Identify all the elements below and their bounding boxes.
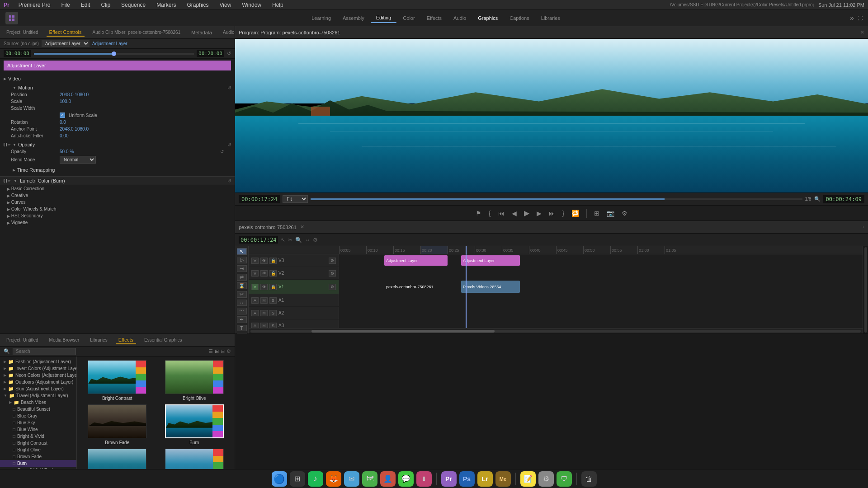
track-a3-toggle[interactable]: A (251, 323, 259, 328)
dock-messages[interactable]: 💬 (398, 471, 414, 487)
menu-file[interactable]: File (59, 2, 71, 8)
lumetri-reset-icon[interactable]: ↺ (227, 178, 231, 183)
effects-filter-icon[interactable]: ⚙ (226, 348, 231, 354)
close-timeline-tab-icon[interactable]: ✕ (300, 224, 304, 230)
mark-in-button[interactable]: { (487, 209, 493, 218)
anchor-point-value[interactable]: 2048.0 1080.0 (60, 127, 89, 131)
essential-graphics-tab[interactable]: Essential Graphics (142, 337, 184, 343)
tab-graphics[interactable]: Graphics (472, 14, 503, 23)
tree-blue-wine[interactable]: □ Blue Wine (0, 426, 76, 433)
preset-bright-contrast[interactable]: Bright Contrast (80, 360, 154, 401)
dock-mail[interactable]: ✉ (344, 471, 359, 487)
track-v1-visibility[interactable]: 👁 (260, 284, 268, 290)
preset-bright-olive[interactable]: Bright Olive (158, 360, 231, 401)
tab-effects[interactable]: Effects (421, 14, 447, 23)
maximize-panels-button[interactable]: » (850, 14, 854, 22)
dock-media-encoder[interactable]: Me (495, 471, 511, 487)
menu-premiere-pro[interactable]: Premiere Pro (17, 2, 52, 8)
uniform-scale-checkbox[interactable]: ✓ (60, 113, 65, 118)
curves[interactable]: ▶ Curves (0, 199, 235, 206)
track-v2-settings[interactable]: ⚙ (329, 270, 336, 277)
libraries-tab[interactable]: Libraries (87, 337, 110, 343)
track-v3-toggle[interactable]: V (251, 258, 259, 264)
dock-contacts[interactable]: 👤 (380, 471, 396, 487)
track-v2-visibility[interactable]: 👁 (260, 270, 268, 277)
mark-out-button[interactable]: } (561, 209, 566, 218)
text-tool[interactable]: T (237, 325, 247, 331)
timeline-timecode[interactable]: 00:00:17:24 (239, 236, 278, 244)
timeline-tool-slip[interactable]: ↔ (305, 237, 310, 243)
clip-adjustment-layer-2[interactable]: Adjustment Layer (461, 255, 520, 266)
menu-help[interactable]: Help (270, 2, 285, 8)
tab-learning[interactable]: Learning (306, 14, 336, 23)
menu-window[interactable]: Window (240, 2, 263, 8)
export-frame-button[interactable]: 📷 (605, 209, 616, 218)
menu-markers[interactable]: Markers (155, 2, 178, 8)
timeline-tool-razor[interactable]: ✂ (288, 237, 292, 243)
fit-selector[interactable]: Fit 25% 50% 100% (283, 195, 308, 203)
track-a1-body[interactable] (339, 294, 863, 306)
opacity-reset-icon[interactable]: ↺ (227, 142, 231, 147)
timeline-settings-icon[interactable]: ⚙ (313, 237, 318, 243)
source-tab[interactable]: Project: Untitled (4, 29, 41, 36)
timeline-scrubber[interactable] (34, 53, 194, 55)
track-a1-m[interactable]: M (260, 297, 268, 304)
tab-color[interactable]: Color (397, 14, 420, 23)
vscrollbar-thumb[interactable] (864, 247, 867, 333)
creative[interactable]: ▶ Creative (0, 192, 235, 199)
dock-trash[interactable]: 🗑 (581, 471, 597, 487)
tree-beautiful-sunset[interactable]: □ Beautiful Sunset (0, 406, 76, 413)
pen-tool[interactable]: ✒ (237, 316, 247, 323)
track-v1-body[interactable]: pexels-cottonbro-7508261 Pexels Videos 2… (339, 280, 863, 294)
timeline-ruler[interactable]: 00:05 00:10 00:15 00:20 00:25 00:30 00:3… (249, 246, 863, 254)
basic-correction[interactable]: ▶ Basic Correction (0, 185, 235, 192)
lumetri-fx-square[interactable] (6, 179, 7, 183)
track-v1-settings[interactable]: ⚙ (329, 284, 336, 290)
program-timecode[interactable]: 00:00:17:24 (239, 195, 280, 203)
effects-tab[interactable]: Effects (116, 336, 136, 344)
go-to-in-button[interactable]: ⏮ (496, 209, 506, 218)
tree-bright-olive[interactable]: □ Bright Olive (0, 446, 76, 453)
effect-controls-tab[interactable]: Effect Controls (47, 28, 85, 37)
track-a2-toggle[interactable]: A (251, 310, 259, 316)
zoom-icon[interactable]: 🔍 (814, 196, 821, 202)
track-v3-body[interactable]: Adjustment Layer Adjustment Layer (339, 254, 863, 267)
position-value[interactable]: 2048.0 1080.0 (60, 92, 89, 97)
preset-burn[interactable]: Burn (158, 404, 231, 445)
app-home-button[interactable] (5, 12, 18, 24)
go-to-out-button[interactable]: ⏭ (547, 209, 557, 218)
dock-launchpad[interactable]: ⊞ (290, 471, 305, 487)
selection-tool[interactable]: ↖ (237, 248, 247, 255)
timecode-end[interactable]: 00:20:00 (197, 50, 224, 57)
tree-skin[interactable]: ▶ 📁 Skin (Adjustment Layer) (0, 385, 76, 392)
slide-tool[interactable]: ⋯ (237, 308, 247, 314)
rate-stretch-tool[interactable]: ⌛ (237, 282, 247, 289)
fullscreen-button[interactable]: ⛶ (858, 15, 863, 21)
anti-flicker-value[interactable]: 0.00 (60, 133, 68, 138)
vignette[interactable]: ▶ Vignette (0, 219, 235, 226)
lumetri-fx-pen[interactable]: ✏ (8, 179, 11, 183)
opacity-fx-circle[interactable] (4, 143, 5, 146)
dock-notes[interactable]: 📝 (520, 471, 536, 487)
effects-view-grid-icon[interactable]: ⊞ (215, 348, 219, 354)
track-a3-s[interactable]: S (269, 323, 277, 328)
track-v2-lock[interactable]: 🔒 (269, 270, 277, 277)
tree-bright-contrast[interactable]: □ Bright Contrast (0, 440, 76, 446)
close-monitor-tab-icon[interactable]: ✕ (860, 29, 864, 35)
opacity-header[interactable]: ✏ ▼ Opacity ↺ (4, 141, 231, 148)
tab-audio[interactable]: Audio (448, 14, 472, 23)
loop-button[interactable]: 🔁 (570, 209, 581, 218)
tree-bright-vivid[interactable]: □ Bright & Vivid (0, 433, 76, 440)
track-v3-lock[interactable]: 🔒 (269, 258, 277, 264)
slip-tool[interactable]: ↔ (237, 300, 247, 306)
track-v1-toggle[interactable]: V (251, 284, 259, 290)
safe-margins-button[interactable]: ⊞ (592, 209, 601, 218)
tree-blue-sky[interactable]: □ Blue Sky (0, 419, 76, 426)
settings-button[interactable]: ⚙ (620, 209, 629, 218)
dock-system-prefs[interactable]: ⚙ (538, 471, 554, 487)
dock-photoshop[interactable]: Ps (459, 471, 475, 487)
timecode-start[interactable]: 00:00:00 (4, 50, 31, 57)
opacity-value[interactable]: 50.0 % (60, 149, 74, 154)
timeline-zoom-in[interactable]: 🔍 (295, 237, 302, 243)
menu-sequence[interactable]: Sequence (119, 2, 147, 8)
